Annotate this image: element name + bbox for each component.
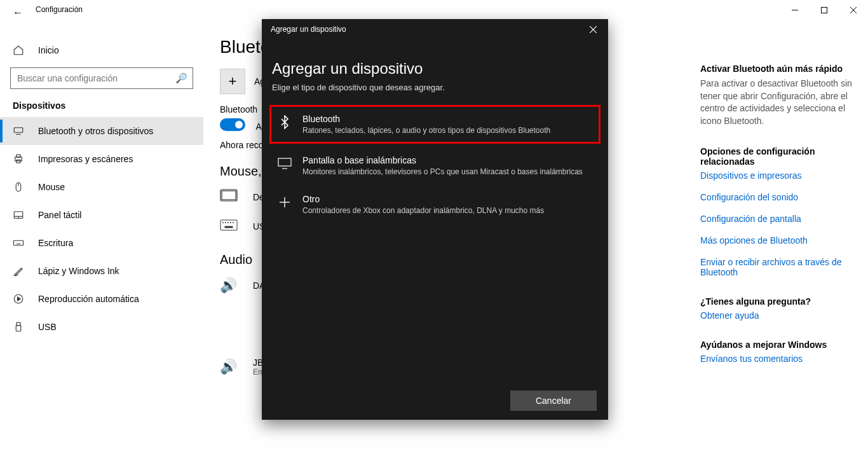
window-titlebar	[0, 0, 868, 20]
svg-rect-35	[278, 158, 291, 166]
fast-bt-heading: Activar Bluetooth aún más rápido	[700, 64, 853, 74]
option-desc: Monitores inalámbricos, televisores o PC…	[302, 167, 583, 176]
svg-rect-24	[220, 190, 237, 201]
sidebar-item-printers[interactable]: Impresoras y escáneres	[0, 145, 203, 173]
autoplay-icon	[13, 293, 24, 305]
sidebar-item-label: Impresoras y escáneres	[38, 154, 133, 164]
svg-rect-6	[15, 157, 22, 161]
svg-point-28	[225, 222, 226, 223]
link-devices-printers[interactable]: Dispositivos e impresoras	[700, 170, 853, 181]
sidebar-item-label: Mouse	[38, 182, 65, 192]
right-column: Activar Bluetooth aún más rápido Para ac…	[700, 64, 853, 383]
link-sound-settings[interactable]: Configuración del sonido	[700, 192, 853, 202]
svg-marker-21	[18, 297, 21, 301]
svg-point-27	[222, 222, 223, 223]
option-wireless-display[interactable]: Pantalla o base inalámbricas Monitores i…	[272, 146, 598, 185]
monitor-icon	[277, 156, 292, 171]
svg-rect-32	[225, 226, 233, 228]
dialog-close-button[interactable]	[581, 19, 604, 39]
svg-rect-8	[17, 160, 20, 163]
option-desc: Ratones, teclados, lápices, o audio y ot…	[302, 126, 550, 135]
plus-icon	[277, 195, 292, 210]
add-device-dialog: Agregar un dispositivo Agregar un dispos…	[262, 19, 608, 420]
keyboard-device-icon	[220, 189, 243, 205]
svg-rect-23	[16, 326, 21, 331]
sidebar-item-pen[interactable]: Lápiz y Windows Ink	[0, 257, 203, 285]
improve-heading: Ayúdanos a mejorar Windows	[700, 340, 853, 350]
svg-point-29	[227, 222, 228, 223]
svg-rect-22	[17, 322, 20, 326]
svg-rect-1	[822, 8, 827, 13]
pen-icon	[13, 265, 24, 277]
option-title: Bluetooth	[302, 114, 550, 124]
sidebar-item-autoplay[interactable]: Reproducción automática	[0, 285, 203, 313]
home-label: Inicio	[38, 45, 59, 55]
related-heading: Opciones de configuración relacionadas	[700, 146, 853, 167]
svg-point-31	[233, 222, 233, 223]
svg-point-30	[230, 222, 231, 223]
close-button[interactable]	[839, 0, 868, 20]
keyboard-icon	[13, 237, 24, 249]
search-input[interactable]	[11, 68, 193, 88]
touchpad-icon	[13, 209, 24, 221]
link-get-help[interactable]: Obtener ayuda	[700, 310, 853, 321]
option-bluetooth[interactable]: Bluetooth Ratones, teclados, lápices, o …	[269, 105, 600, 144]
link-display-settings[interactable]: Configuración de pantalla	[700, 214, 853, 224]
bluetooth-icon	[13, 125, 24, 137]
add-device-button[interactable]: +	[220, 69, 245, 94]
speaker-icon: 🔊	[220, 277, 243, 294]
usb-icon	[13, 321, 24, 333]
speaker-icon: 🔊	[220, 359, 243, 375]
dialog-header: Agregar un dispositivo	[271, 25, 346, 34]
maximize-button[interactable]	[810, 0, 839, 20]
sidebar-item-label: Panel táctil	[38, 210, 81, 220]
printer-icon	[13, 153, 24, 165]
sidebar-item-label: Lápiz y Windows Ink	[38, 266, 119, 276]
sidebar-item-label: Bluetooth y otros dispositivos	[38, 126, 153, 136]
app-title: Configuración	[36, 5, 83, 14]
option-title: Otro	[302, 194, 544, 204]
option-other[interactable]: Otro Controladores de Xbox con adaptador…	[272, 185, 598, 224]
sidebar-item-label: Escritura	[38, 238, 73, 248]
sidebar: Inicio 🔍 Dispositivos Bluetooth y otros …	[0, 28, 203, 463]
bluetooth-icon	[277, 114, 292, 130]
keyboard-device-icon	[220, 218, 243, 235]
cancel-button[interactable]: Cancelar	[510, 390, 597, 411]
mouse-icon	[13, 181, 24, 193]
sidebar-item-touchpad[interactable]: Panel táctil	[0, 201, 203, 229]
option-title: Pantalla o base inalámbricas	[302, 155, 583, 165]
svg-rect-26	[220, 220, 237, 230]
svg-rect-4	[14, 128, 23, 133]
option-desc: Controladores de Xbox con adaptador inal…	[302, 206, 544, 215]
sidebar-item-home[interactable]: Inicio	[0, 28, 203, 67]
minimize-button[interactable]	[780, 0, 810, 20]
link-bt-files[interactable]: Enviar o recibir archivos a través de Bl…	[700, 257, 853, 277]
link-feedback[interactable]: Envíanos tus comentarios	[700, 354, 853, 364]
sidebar-group-label: Dispositivos	[0, 100, 203, 117]
search-icon: 🔍	[175, 73, 187, 84]
dialog-subtitle: Elige el tipo de dispositivo que deseas …	[272, 83, 598, 92]
back-button[interactable]: ←	[8, 3, 28, 23]
svg-rect-14	[14, 240, 24, 245]
sidebar-item-typing[interactable]: Escritura	[0, 229, 203, 257]
home-icon	[13, 45, 24, 56]
question-heading: ¿Tienes alguna pregunta?	[700, 296, 853, 307]
sidebar-item-label: USB	[38, 322, 57, 332]
sidebar-item-bluetooth[interactable]: Bluetooth y otros dispositivos	[0, 117, 203, 145]
svg-rect-7	[17, 155, 20, 157]
sidebar-item-usb[interactable]: USB	[0, 313, 203, 341]
link-more-bt-options[interactable]: Más opciones de Bluetooth	[700, 235, 853, 245]
svg-rect-25	[222, 191, 236, 200]
sidebar-item-mouse[interactable]: Mouse	[0, 173, 203, 201]
fast-bt-text: Para activar o desactivar Bluetooth sin …	[700, 78, 853, 127]
sidebar-item-label: Reproducción automática	[38, 294, 139, 304]
search-input-container[interactable]: 🔍	[10, 67, 193, 89]
bluetooth-toggle[interactable]	[220, 118, 245, 131]
dialog-title: Agregar un dispositivo	[272, 60, 598, 78]
